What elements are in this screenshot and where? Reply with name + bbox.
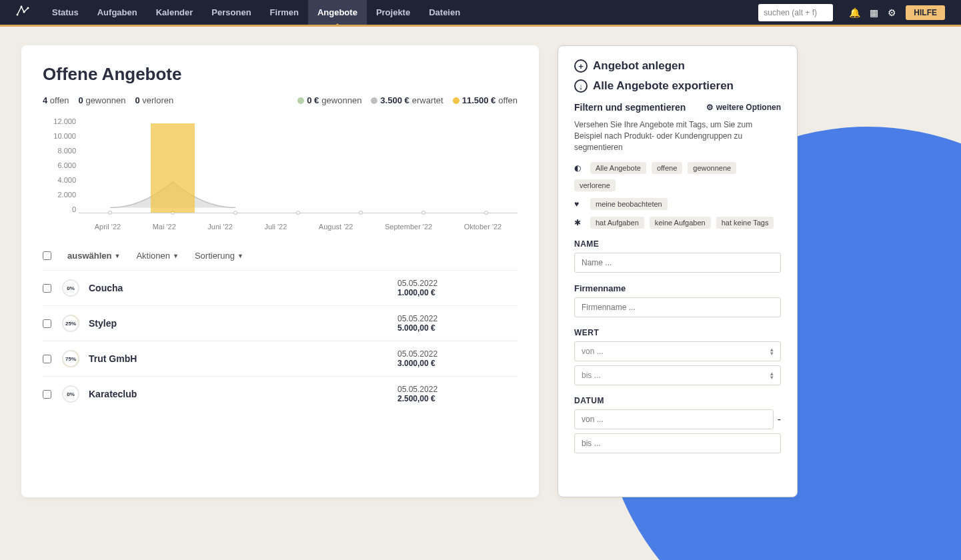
grid-icon[interactable]: ▦ bbox=[870, 7, 878, 18]
svg-point-2 bbox=[23, 11, 25, 13]
row-meta: 05.05.20222.500,00 € bbox=[397, 385, 518, 403]
row-meta: 05.05.20221.000,00 € bbox=[397, 279, 518, 297]
nav-item-aufgaben[interactable]: Aufgaben bbox=[88, 0, 147, 25]
table-row[interactable]: 0% Karateclub 05.05.20222.500,00 € bbox=[43, 376, 518, 411]
filter-tag[interactable]: gewonnene bbox=[688, 162, 736, 174]
table-row[interactable]: 0% Coucha 05.05.20221.000,00 € bbox=[43, 270, 518, 305]
row-checkbox[interactable] bbox=[43, 390, 51, 399]
more-options-button[interactable]: ⚙ weitere Optionen bbox=[706, 103, 781, 112]
filter-tag[interactable]: hat keine Tags bbox=[716, 217, 774, 229]
date-from-input[interactable] bbox=[574, 409, 774, 429]
nav-item-dateien[interactable]: Dateien bbox=[419, 0, 469, 25]
row-meta: 05.05.20225.000,00 € bbox=[397, 314, 518, 333]
row-name: Coucha bbox=[89, 283, 397, 293]
legend-won: 0 € gewonnen bbox=[297, 95, 361, 105]
create-offer-button[interactable]: + Angebot anlegen bbox=[574, 59, 781, 73]
filter-description: Versehen Sie Ihre Angebote mit Tags, um … bbox=[574, 119, 781, 153]
page-title: Offene Angebote bbox=[43, 64, 518, 85]
company-label: Firmenname bbox=[574, 283, 781, 293]
progress-ring: 0% bbox=[62, 385, 79, 403]
topbar: StatusAufgabenKalenderPersonenFirmenAnge… bbox=[0, 0, 961, 27]
sort-dropdown[interactable]: Sortierung ▼ bbox=[195, 251, 243, 261]
tag-row: ♥meine beobachteten bbox=[574, 198, 781, 210]
chart: 12.00010.0008.0006.0004.0002.0000 April … bbox=[43, 117, 518, 231]
name-input[interactable] bbox=[574, 253, 781, 273]
sliders-icon: ⚙ bbox=[706, 103, 714, 112]
tag-group-icon: ✱ bbox=[574, 218, 585, 227]
bell-icon[interactable]: 🔔 bbox=[849, 7, 860, 18]
row-checkbox[interactable] bbox=[43, 319, 51, 328]
svg-point-3 bbox=[27, 7, 29, 9]
nav-item-kalender[interactable]: Kalender bbox=[147, 0, 203, 25]
export-offers-button[interactable]: ↓ Alle Angebote exportieren bbox=[574, 79, 781, 93]
row-checkbox[interactable] bbox=[43, 284, 51, 293]
company-input[interactable] bbox=[574, 297, 781, 317]
download-icon: ↓ bbox=[574, 79, 588, 93]
actions-dropdown[interactable]: Aktionen ▼ bbox=[136, 251, 179, 261]
row-name: Karateclub bbox=[89, 389, 397, 399]
filter-tag[interactable]: verlorene bbox=[574, 179, 616, 191]
nav-item-angebote[interactable]: Angebote bbox=[308, 0, 367, 25]
row-meta: 05.05.20223.000,00 € bbox=[397, 349, 518, 368]
main-panel: Offene Angebote 4 offen 0 gewonnen 0 ver… bbox=[21, 45, 539, 497]
row-name: Trut GmbH bbox=[89, 353, 397, 364]
tag-group-icon: ♥ bbox=[574, 199, 585, 209]
stat-won: 0 gewonnen bbox=[79, 95, 126, 105]
svg-point-1 bbox=[21, 6, 23, 8]
date-to-input[interactable] bbox=[574, 433, 781, 453]
progress-ring: 75% bbox=[62, 350, 79, 367]
date-dash: - bbox=[778, 413, 781, 425]
date-label: DATUM bbox=[574, 396, 781, 405]
logo-icon bbox=[16, 4, 29, 21]
nav-item-projekte[interactable]: Projekte bbox=[367, 0, 419, 25]
svg-point-0 bbox=[17, 14, 19, 16]
main-nav: StatusAufgabenKalenderPersonenFirmenAnge… bbox=[43, 0, 469, 25]
filter-tag[interactable]: hat Aufgaben bbox=[590, 217, 644, 229]
select-all-checkbox[interactable] bbox=[43, 251, 51, 260]
value-to-input[interactable]: bis ...▴▾ bbox=[574, 365, 781, 385]
table-row[interactable]: 75% Trut GmbH 05.05.20223.000,00 € bbox=[43, 341, 518, 376]
nav-item-personen[interactable]: Personen bbox=[202, 0, 260, 25]
tag-row: ✱hat Aufgabenkeine Aufgabenhat keine Tag… bbox=[574, 217, 781, 229]
name-label: NAME bbox=[574, 239, 781, 249]
row-name: Stylep bbox=[89, 318, 397, 329]
filter-tag[interactable]: keine Aufgaben bbox=[650, 217, 711, 229]
value-label: WERT bbox=[574, 328, 781, 337]
value-from-input[interactable]: von ...▴▾ bbox=[574, 341, 781, 361]
progress-ring: 0% bbox=[62, 279, 79, 297]
search-input[interactable]: suchen (alt + f) bbox=[758, 4, 833, 21]
stat-lost: 0 verloren bbox=[135, 95, 173, 105]
legend-open: 11.500 € offen bbox=[453, 95, 518, 105]
legend-expected: 3.500 € erwartet bbox=[371, 95, 443, 105]
filter-tag[interactable]: Alle Angebote bbox=[590, 162, 646, 174]
tag-row: ◐Alle Angeboteoffenegewonneneverlorene bbox=[574, 162, 781, 191]
filter-tag[interactable]: offene bbox=[652, 162, 682, 174]
stat-open: 4 offen bbox=[43, 95, 69, 105]
filter-title: Filtern und segmentieren bbox=[574, 102, 686, 113]
filter-tag[interactable]: meine beobachteten bbox=[590, 198, 668, 210]
side-panel: + Angebot anlegen ↓ Alle Angebote export… bbox=[558, 45, 798, 497]
tag-group-icon: ◐ bbox=[574, 163, 585, 173]
help-button[interactable]: HILFE bbox=[906, 5, 945, 20]
table-row[interactable]: 25% Stylep 05.05.20225.000,00 € bbox=[43, 305, 518, 341]
plus-icon: + bbox=[574, 59, 588, 73]
nav-item-firmen[interactable]: Firmen bbox=[261, 0, 308, 25]
row-checkbox[interactable] bbox=[43, 355, 51, 363]
gear-icon[interactable]: ⚙ bbox=[888, 7, 896, 18]
select-dropdown[interactable]: auswählen ▼ bbox=[67, 251, 120, 261]
progress-ring: 25% bbox=[62, 315, 79, 332]
nav-item-status[interactable]: Status bbox=[43, 0, 88, 25]
